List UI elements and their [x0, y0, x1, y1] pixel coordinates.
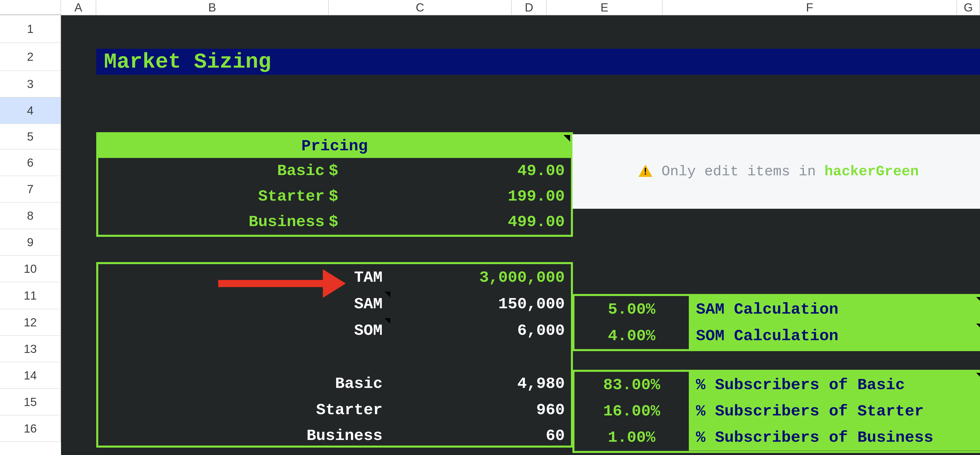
column-header-A[interactable]: A: [61, 0, 96, 15]
sub-starter-value: 960: [387, 401, 571, 419]
cell-note-indicator-icon[interactable]: [385, 292, 390, 297]
sub-basic-label: Basic: [98, 375, 387, 393]
pricing-basic-label: Basic: [98, 162, 329, 180]
sub-row-basic[interactable]: 83.00% % Subscribers of Basic: [574, 372, 980, 398]
pricing-starter-label: Starter: [98, 187, 329, 205]
cell-note-indicator-icon[interactable]: [563, 135, 570, 142]
som-label: SOM: [98, 321, 387, 340]
sam-pct[interactable]: 5.00%: [574, 301, 689, 318]
sub-starter-pct[interactable]: 16.00%: [574, 402, 689, 420]
pricing-row-business[interactable]: Business $ 499.00: [98, 209, 571, 234]
sheet-canvas[interactable]: Market Sizing Pricing Basic $ 49.00 Star…: [61, 15, 980, 455]
row-header-3[interactable]: 3: [0, 71, 61, 97]
calc-percent-table: 5.00% SAM Calculation 4.00% SOM Calculat…: [573, 294, 980, 351]
pricing-business-label: Business: [98, 213, 329, 231]
pricing-rows: Basic $ 49.00 Starter $ 199.00 Business …: [98, 158, 571, 234]
column-header-G[interactable]: G: [957, 0, 980, 15]
row-header-5[interactable]: 5: [0, 124, 61, 150]
sub-basic-value: 4,980: [387, 375, 571, 393]
pricing-row-basic[interactable]: Basic $ 49.00: [98, 158, 571, 183]
select-all-corner[interactable]: [0, 0, 61, 15]
sub-row-starter[interactable]: 16.00% % Subscribers of Starter: [574, 398, 980, 425]
cell-note-indicator-icon[interactable]: [976, 324, 980, 329]
cell-note-indicator-icon[interactable]: [976, 297, 980, 303]
sam-label: SAM: [98, 295, 387, 313]
sub-business-text: % Subscribers of Business: [696, 428, 933, 447]
sub-starter-text: % Subscribers of Starter: [696, 402, 924, 420]
cell-note-indicator-icon[interactable]: [976, 373, 980, 379]
sub-business-label: % Subscribers of Business: [689, 425, 980, 451]
sam-value: 150,000: [387, 295, 571, 313]
row-header-12[interactable]: 12: [0, 309, 61, 336]
pricing-basic-value[interactable]: 49.00: [347, 162, 571, 180]
tam-label: TAM: [98, 269, 387, 286]
som-value: 6,000: [387, 321, 571, 340]
row-header-8[interactable]: 8: [0, 203, 61, 229]
warning-icon: [638, 165, 652, 178]
column-header-C[interactable]: C: [329, 0, 512, 15]
pricing-starter-value[interactable]: 199.00: [347, 187, 571, 205]
sub-starter-label: % Subscribers of Starter: [689, 398, 980, 425]
sam-calc-text: SAM Calculation: [696, 301, 838, 318]
row-headers: 1 2 3 4 5 6 7 8 9 10 11 12 13 14 15 16: [0, 15, 61, 442]
som-calc-label: SOM Calculation: [689, 323, 980, 349]
market-row-basic[interactable]: Basic 4,980: [98, 370, 571, 397]
market-row-som[interactable]: SOM 6,000: [98, 317, 571, 344]
column-header-B[interactable]: B: [96, 0, 329, 15]
spreadsheet: A B C D E F G 1 2 3 4 5 6 7 8 9 10 11 12…: [0, 0, 980, 455]
sub-starter-label: Starter: [98, 401, 387, 419]
sub-business-pct[interactable]: 1.00%: [574, 428, 689, 447]
callout-prefix: Only edit items in: [662, 163, 824, 180]
row-header-9[interactable]: 9: [0, 229, 61, 256]
row-header-6[interactable]: 6: [0, 150, 61, 176]
pricing-header[interactable]: Pricing: [98, 134, 571, 158]
pricing-currency: $: [329, 213, 347, 231]
row-header-16[interactable]: 16: [0, 415, 61, 442]
sub-basic-pct[interactable]: 83.00%: [574, 376, 689, 394]
som-calc-text: SOM Calculation: [696, 327, 838, 345]
pricing-header-label: Pricing: [301, 137, 368, 155]
sheet-title: Market Sizing: [96, 49, 980, 75]
market-row-tam[interactable]: TAM 3,000,000: [98, 264, 571, 291]
pricing-business-value[interactable]: 499.00: [347, 213, 571, 231]
row-header-7[interactable]: 7: [0, 176, 61, 203]
som-pct[interactable]: 4.00%: [574, 327, 689, 345]
callout-text: Only edit items in hackerGreen: [662, 163, 919, 180]
column-headers: A B C D E F G: [0, 0, 980, 15]
cell-note-indicator-icon[interactable]: [385, 318, 390, 324]
pricing-row-starter[interactable]: Starter $ 199.00: [98, 183, 571, 209]
row-header-1[interactable]: 1: [0, 15, 61, 43]
pricing-currency: $: [329, 187, 347, 205]
row-header-2[interactable]: 2: [0, 43, 61, 71]
market-row-starter[interactable]: Starter 960: [98, 396, 571, 423]
calc-row-som[interactable]: 4.00% SOM Calculation: [574, 323, 980, 349]
pricing-currency: $: [329, 162, 347, 180]
column-header-E[interactable]: E: [547, 0, 662, 15]
row-header-14[interactable]: 14: [0, 363, 61, 389]
row-header-13[interactable]: 13: [0, 336, 61, 363]
sub-business-label: Business: [98, 427, 387, 445]
sub-basic-text: % Subscribers of Basic: [696, 376, 905, 394]
sam-calc-label: SAM Calculation: [689, 296, 980, 323]
market-row-sam[interactable]: SAM 150,000: [98, 291, 571, 317]
row-header-11[interactable]: 11: [0, 282, 61, 309]
market-row-business[interactable]: Business 60: [98, 422, 571, 449]
row-header-10[interactable]: 10: [0, 256, 61, 282]
info-callout: Only edit items in hackerGreen: [573, 134, 980, 209]
callout-highlight: hackerGreen: [824, 163, 919, 180]
sub-business-value: 60: [387, 427, 571, 445]
calc-row-sam[interactable]: 5.00% SAM Calculation: [574, 296, 980, 323]
row-header-15[interactable]: 15: [0, 389, 61, 415]
sub-basic-label: % Subscribers of Basic: [689, 372, 980, 398]
column-header-D[interactable]: D: [512, 0, 547, 15]
sub-row-business[interactable]: 1.00% % Subscribers of Business: [574, 425, 980, 451]
column-header-F[interactable]: F: [662, 0, 957, 15]
subscribers-percent-table: 83.00% % Subscribers of Basic 16.00% % S…: [573, 370, 980, 453]
row-header-4[interactable]: 4: [0, 97, 61, 124]
tam-value[interactable]: 3,000,000: [387, 269, 571, 286]
pricing-table: Pricing Basic $ 49.00 Starter $ 199.00 B…: [96, 132, 573, 237]
market-sizing-table: TAM 3,000,000 SAM 150,000 SOM 6,000 Basi…: [96, 262, 573, 448]
